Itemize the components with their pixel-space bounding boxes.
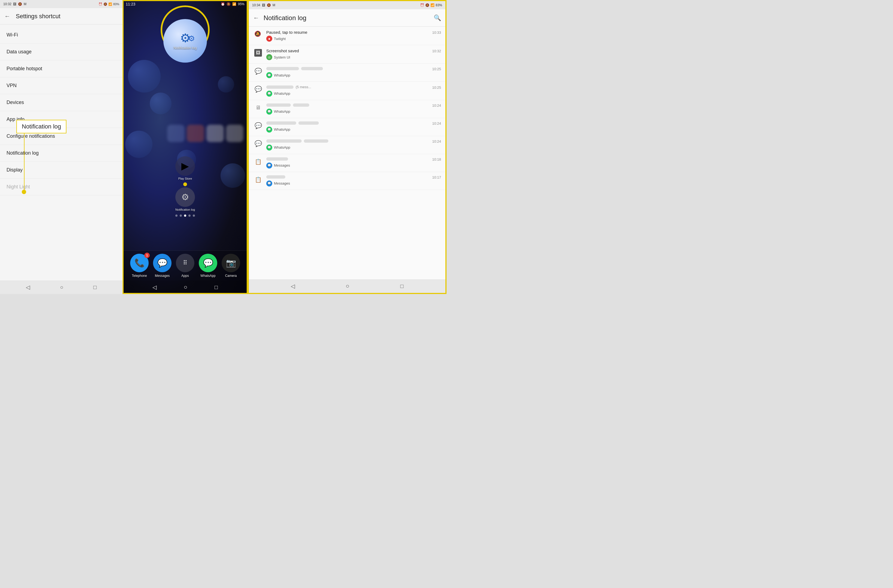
notif-item-wa4[interactable]: 💬 10:24 💬 WhatsApp [249,118,445,136]
telephone-icon: 📞 1 [130,254,149,272]
home-content: ▶ Play Store ⚙ Notification log [123,63,248,250]
messages-icon: 💬 [153,254,171,272]
notif-item-wa3[interactable]: 🖥 10:24 💬 WhatsApp [249,100,445,118]
nav-back-button[interactable]: ◁ [26,284,30,290]
notif-content-5: 10:24 💬 WhatsApp [266,104,441,114]
page-dot-2 [180,215,182,217]
notif-title-row-6: 10:24 [266,122,441,125]
notif-title-row-2: Screenshot saved 10:32 [266,48,441,53]
page-dot-5 [193,215,195,217]
mute-icon: 🔕 [104,3,107,6]
home-nav-bar: ◁ ○ □ [123,280,248,294]
apps-label: Apps [181,274,189,278]
settings-item-data-usage[interactable]: Data usage [0,44,123,60]
whatsapp-label: WhatsApp [200,274,215,278]
status-bar-settings: 10:32 🖼 🔕 M ⏰ 🔕 📶 83% [0,0,123,8]
app-icon-blurred-1[interactable] [167,125,185,143]
nav-recent-button[interactable]: □ [93,284,97,290]
settings-item-night-light[interactable]: Night Light [0,179,123,195]
whatsapp-badge-5: 💬 [266,108,272,114]
notif-icon-col-6: 💬 [253,122,263,129]
notif-title-row-4: (5 mess... 10:25 [266,85,441,90]
time-notif: 10:34 [252,3,260,7]
nav-recent-home[interactable]: □ [215,284,218,290]
notif-time-5: 10:24 [432,104,441,108]
nav-home-button[interactable]: ○ [60,284,63,290]
notif-item-msg1[interactable]: 📋 10:18 💬 Messages [249,154,445,172]
blur-bar-3b [301,67,323,70]
dock-messages[interactable]: 💬 Messages [153,254,171,278]
notif-log-icon-label: Notification log [173,46,197,50]
notif-widget-cell[interactable]: ⚙ Notification log [175,187,195,211]
gear-icon-large: ⚙ ⚙ [180,32,191,44]
notif-item-wa1[interactable]: 💬 10:25 💬 WhatsApp [249,64,445,82]
wifi-icon: 📶 [108,3,112,6]
settings-nav-bar: ◁ ○ □ [0,280,123,294]
blur-bar-9a [266,175,285,179]
notif-sub-9: 💬 Messages [266,180,441,186]
settings-item-vpn[interactable]: VPN [0,77,123,94]
notif-item-wa2[interactable]: 💬 (5 mess... 10:25 💬 WhatsApp [249,82,445,100]
app-icon-settings[interactable] [226,125,244,143]
dock-camera[interactable]: 📷 Camera [222,254,240,278]
photo-icon-2: 🖼 [254,49,262,57]
messages-badge-8: 💬 [266,162,272,168]
blur-bar-8a [266,157,288,161]
dock-apps[interactable]: ⠿ Apps [176,254,194,278]
gear-icon-small: ⚙ [188,35,195,42]
dock-whatsapp[interactable]: 💬 WhatsApp [199,254,217,278]
settings-item-devices[interactable]: Devices [0,94,123,111]
nav-home-home[interactable]: ○ [184,284,187,291]
search-icon-notif[interactable]: 🔍 [434,14,441,21]
back-button[interactable]: ← [5,13,11,20]
notif-nav-bar: ◁ ○ □ [249,279,445,293]
notif-log-large-icon[interactable]: ⚙ ⚙ Notification log [163,19,207,63]
settings-item-notif-log[interactable]: Notification log [0,145,123,162]
mute-notif: 🔕 [425,3,429,7]
settings-item-hotspot[interactable]: Portable hotspot [0,60,123,77]
notif-sub-8: 💬 Messages [266,162,441,168]
nav-back-notif[interactable]: ◁ [291,283,295,289]
play-store-icon-cell[interactable]: ▶ Play Store [175,156,195,180]
notification-log-tooltip: Notification log [17,120,66,133]
notif-item-msg2[interactable]: 📋 10:17 💬 Messages [249,172,445,190]
notif-item-screenshot[interactable]: 🖼 Screenshot saved 10:32 ◎ System UI [249,45,445,64]
battery-notif: 83% [436,3,442,7]
notif-time-3: 10:25 [432,67,441,71]
top-spacer [123,63,248,122]
dock-telephone[interactable]: 📞 1 Telephone [130,254,149,278]
back-button-notif[interactable]: ← [253,14,259,21]
notif-icon-col-8: 📋 [253,157,263,165]
notif-icon-col-1: 🔕 [253,30,263,38]
apps-icon: ⠿ [176,254,194,272]
notif-app-6: WhatsApp [274,128,290,131]
settings-item-wifi[interactable]: Wi-Fi [0,27,123,44]
message-icon-9: 📋 [254,176,262,183]
notif-item-paused[interactable]: 🔕 Paused, tap to resume 10:33 ● Twilight [249,27,445,45]
play-store-label: Play Store [178,177,192,180]
nav-back-home[interactable]: ◁ [152,284,156,290]
app-icon-blurred-2[interactable] [187,125,204,143]
messages-badge-9: 💬 [266,180,272,186]
notif-title-row-1: Paused, tap to resume 10:33 [266,30,441,35]
blur-preview-5 [266,104,309,107]
blur-bar-3a [266,67,299,70]
notif-sub-1: ● Twilight [266,36,441,42]
settings-item-display[interactable]: Display [0,162,123,179]
notif-app-1: Twilight [274,37,286,41]
notif-time-9: 10:17 [432,175,441,179]
notif-item-wa5[interactable]: 💬 10:24 💬 WhatsApp [249,136,445,154]
chat-icon-7: 💬 [254,140,262,147]
gmail-notif: M [272,3,275,7]
notif-icon-col-9: 📋 [253,175,263,183]
notif-time-8: 10:18 [432,157,441,161]
settings-panel: 10:32 🖼 🔕 M ⏰ 🔕 📶 83% ← Settings shortcu… [0,0,123,294]
notif-widget-label: Notification log [175,208,195,211]
app-icon-calendar[interactable] [206,125,224,143]
blur-bar-4a [266,86,293,89]
blur-preview-8 [266,157,288,161]
nav-home-notif[interactable]: ○ [346,283,349,290]
nav-recent-notif[interactable]: □ [400,283,403,289]
status-right-notif: ⏰ 🔕 📶 83% [420,3,442,7]
notif-title-row-7: 10:24 [266,139,441,143]
